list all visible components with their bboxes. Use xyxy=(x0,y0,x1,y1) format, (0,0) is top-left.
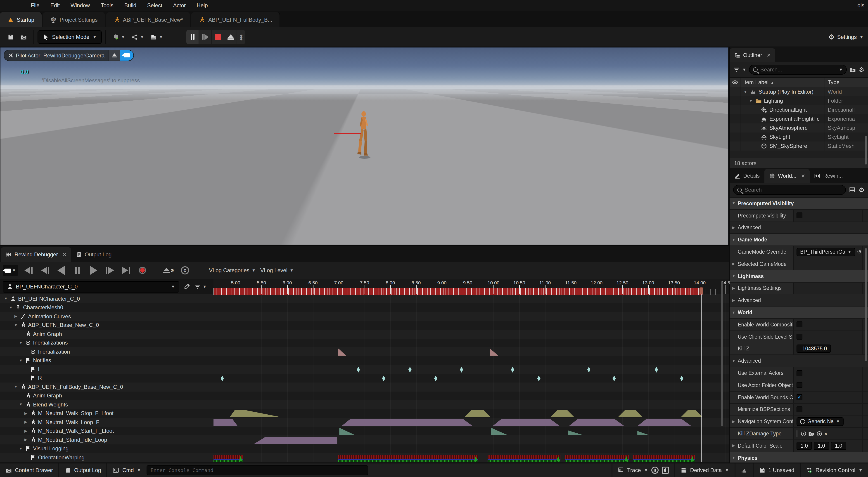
rewind-settings-button[interactable]: ⚙ xyxy=(179,264,191,276)
browse-content-button[interactable] xyxy=(17,30,30,44)
type-column-header[interactable]: Type xyxy=(825,78,868,87)
checkbox[interactable] xyxy=(797,322,802,327)
skip-to-start-button[interactable] xyxy=(23,264,34,276)
expander-icon[interactable]: ▶ xyxy=(13,314,18,319)
outliner-row[interactable]: ▼LightingFolder xyxy=(730,96,868,105)
new-folder-icon[interactable] xyxy=(850,66,856,73)
close-icon[interactable]: ✕ xyxy=(767,52,771,58)
checkbox[interactable] xyxy=(797,213,802,218)
expander-icon[interactable]: ▼ xyxy=(749,99,753,103)
section-lightmass[interactable]: ▼Lightmass xyxy=(730,271,868,283)
checkbox[interactable] xyxy=(797,407,802,412)
use-selected-asset-icon[interactable] xyxy=(801,431,806,437)
expander-icon[interactable]: ▼ xyxy=(730,310,738,314)
content-drawer-button[interactable]: Content Drawer xyxy=(0,464,59,477)
trace-dropdown[interactable]: Trace ▼ xyxy=(611,464,675,477)
filter-chevron[interactable]: ▼ xyxy=(742,67,746,72)
revision-control-dropdown[interactable]: Revision Control ▼ xyxy=(801,464,868,477)
outliner-search-input[interactable] xyxy=(761,66,836,73)
pilot-actor-pill[interactable]: Pilot Actor: RewindDebuggerCamera xyxy=(4,50,134,61)
track-filter-chevron[interactable]: ▼ xyxy=(203,284,207,289)
outliner-row[interactable]: SkyLightSkyLight xyxy=(730,132,868,141)
tab-rewin[interactable]: Rewin... xyxy=(810,169,847,183)
expander-icon[interactable]: ▶ xyxy=(730,262,738,266)
tree-item-m-neutral-walk-loop-f[interactable]: ▶M_Neutral_Walk_Loop_F xyxy=(24,418,99,426)
pick-actor-icon[interactable] xyxy=(184,284,190,290)
level-viewport[interactable]: Pilot Actor: RewindDebuggerCamera 0.0 'D… xyxy=(0,47,728,245)
tab-output-log[interactable]: Output Log xyxy=(71,247,116,262)
editor-tab-project-settings[interactable]: ⚙Project Settings xyxy=(43,12,105,27)
tree-item-anim-graph[interactable]: Anim Graph xyxy=(19,391,62,400)
tree-item-animation-curves[interactable]: ▶Animation Curves xyxy=(13,312,71,321)
add-actor-dropdown[interactable]: ▼ xyxy=(109,30,128,44)
expander-icon[interactable]: ▶ xyxy=(730,286,738,290)
outliner-row[interactable]: SkyAtmosphereSkyAtmosp xyxy=(730,123,868,132)
timeline-scrollbar[interactable] xyxy=(721,282,723,426)
cinematics-dropdown[interactable]: ▼ xyxy=(147,30,166,44)
tree-item-charactermesh0[interactable]: ▼CharacterMesh0 xyxy=(9,303,63,312)
numeric-input[interactable]: 1.0 xyxy=(797,442,812,450)
details-settings-gear-icon[interactable]: ⚙ xyxy=(859,186,864,193)
add-icon[interactable] xyxy=(816,431,822,437)
menu-item-select[interactable]: Select xyxy=(142,0,168,11)
camera-view-button[interactable] xyxy=(120,50,133,61)
tab-rewind-debugger[interactable]: Rewind Debugger✕ xyxy=(1,247,71,262)
expander-icon[interactable]: ▼ xyxy=(19,403,23,407)
expander-icon[interactable]: ▶ xyxy=(24,411,28,415)
search-options-chevron[interactable]: ▼ xyxy=(839,67,843,72)
expander-icon[interactable]: ▼ xyxy=(730,274,738,278)
details-search-input[interactable] xyxy=(745,187,842,193)
console-command-field[interactable] xyxy=(146,465,368,475)
tree-item-orientationwarping[interactable]: OrientationWarping xyxy=(24,453,85,462)
numeric-input[interactable]: 1.0 xyxy=(831,442,846,450)
expander-icon[interactable]: ▼ xyxy=(743,90,748,94)
expander-icon[interactable]: ▼ xyxy=(730,456,738,460)
expander-icon[interactable]: ▼ xyxy=(19,447,23,451)
expander-icon[interactable]: ▶ xyxy=(730,419,738,423)
visibility-toggle[interactable] xyxy=(730,141,740,151)
tree-item-inertializations[interactable]: ▼Inertializations xyxy=(19,339,68,347)
editor-tab-abp-uefn-base-new-[interactable]: ABP_UEFN_Base_New* xyxy=(106,12,191,27)
expander-icon[interactable]: ▶ xyxy=(730,444,738,448)
checkbox[interactable] xyxy=(797,382,802,388)
vlog-level-dropdown[interactable]: VLog Level▼ xyxy=(260,267,294,274)
visibility-toggle[interactable] xyxy=(730,96,740,105)
transport-more-button[interactable]: ●●● xyxy=(237,30,245,44)
pause-button[interactable] xyxy=(187,30,199,44)
playhead-scrub-handle[interactable] xyxy=(699,287,703,294)
stop-button[interactable] xyxy=(212,30,224,44)
profiler-icon[interactable] xyxy=(661,467,669,474)
visibility-column-header[interactable] xyxy=(730,78,740,87)
save-button[interactable] xyxy=(4,30,17,44)
expander-icon[interactable]: ▼ xyxy=(19,341,23,345)
tab-world[interactable]: World...✕ xyxy=(764,169,810,183)
value-dropdown[interactable]: Generic Na▼ xyxy=(797,417,844,426)
section-physics[interactable]: ▼Physics xyxy=(730,452,868,463)
close-icon[interactable]: ✕ xyxy=(801,173,805,179)
expander-icon[interactable]: ▶ xyxy=(24,438,28,442)
filter-icon[interactable] xyxy=(733,66,740,73)
rewind-timeline[interactable]: 5.005.506.006.507.007.508.008.509.009.50… xyxy=(214,279,729,462)
expander-icon[interactable]: ▼ xyxy=(9,306,13,310)
item-label-column-header[interactable]: Item Label ▲ xyxy=(740,79,825,86)
stop-piloting-button[interactable] xyxy=(108,50,120,61)
tree-item-r[interactable]: R xyxy=(24,374,42,382)
vlog-categories-dropdown[interactable]: VLog Categories▼ xyxy=(209,267,256,274)
outliner-row[interactable]: ▼Startup (Play In Editor)World xyxy=(730,87,868,96)
tree-item-bp-uefncharacter-c-0[interactable]: ▼BP_UEFNCharacter_C_0 xyxy=(4,294,80,303)
visibility-toggle[interactable] xyxy=(730,105,740,115)
expander-icon[interactable]: ▶ xyxy=(24,429,28,433)
expander-icon[interactable]: ▼ xyxy=(730,359,738,363)
close-icon[interactable]: ✕ xyxy=(62,252,66,257)
selection-mode-dropdown[interactable]: Selection Mode ▼ xyxy=(37,30,101,44)
menu-item-actor[interactable]: Actor xyxy=(168,0,191,11)
tree-item-abp-uefn-fullbody-base-new-c-0[interactable]: ▼ABP_UEFN_FullBody_Base_New_C_0 xyxy=(13,382,123,391)
group-advanced[interactable]: ▼Advanced xyxy=(730,355,868,368)
expander-icon[interactable]: ▼ xyxy=(19,358,23,362)
section-game-mode[interactable]: ▼Game Mode xyxy=(730,234,868,246)
pause-button[interactable] xyxy=(71,264,83,276)
tree-item-m-neutral-stand-idle-loop[interactable]: ▶M_Neutral_Stand_Idle_Loop xyxy=(24,436,107,444)
visibility-toggle[interactable] xyxy=(730,87,740,96)
timeline-playhead[interactable] xyxy=(701,288,702,462)
details-search[interactable] xyxy=(733,185,846,195)
